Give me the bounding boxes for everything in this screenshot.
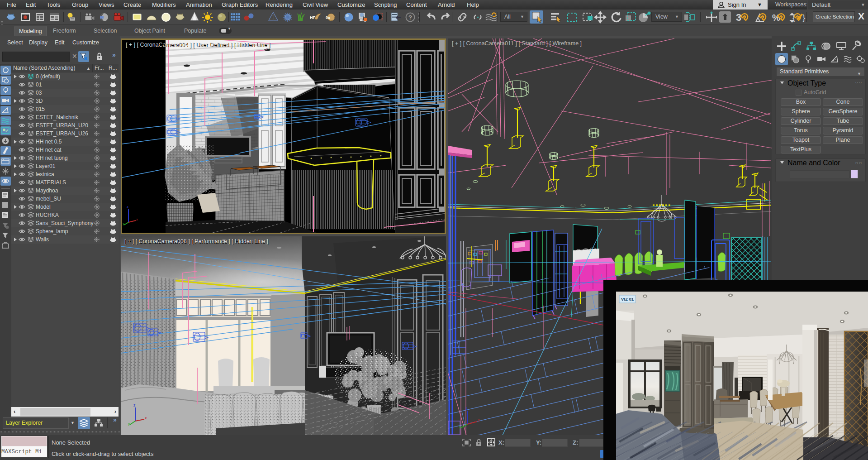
svg-text:y: y (459, 425, 461, 429)
svg-text:z: z (133, 403, 136, 407)
svg-text:x: x (478, 418, 480, 422)
svg-text:y: y (123, 221, 124, 225)
svg-text:x: x (145, 416, 147, 420)
svg-text:y: y (128, 422, 130, 426)
svg-text:3: 3 (736, 12, 741, 23)
svg-text:x: x (136, 217, 138, 221)
svg-text:VIZ 01: VIZ 01 (621, 297, 634, 302)
svg-text:}: } (802, 13, 805, 22)
svg-text:{: { (792, 13, 796, 22)
svg-text:HF: HF (310, 15, 315, 20)
svg-text:z: z (465, 406, 468, 411)
svg-text:0x: 0x (326, 15, 330, 20)
svg-text:?: ? (408, 14, 412, 21)
svg-text:z: z (127, 205, 128, 209)
